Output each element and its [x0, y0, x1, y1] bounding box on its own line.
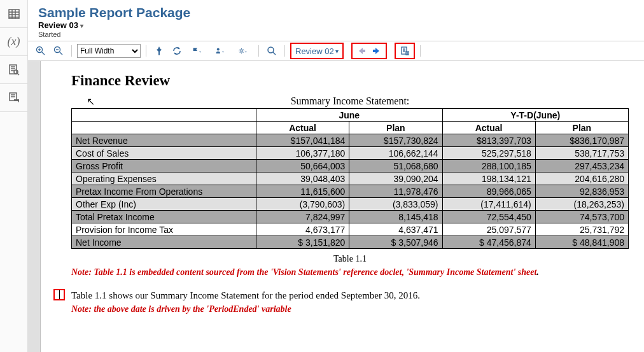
- cell-value: 11,978,476: [349, 185, 442, 198]
- cell-value: 297,453,234: [535, 160, 628, 172]
- cell-value: (3,790,603): [256, 198, 349, 211]
- pin-icon[interactable]: [151, 44, 167, 58]
- cell-value: (3,833,059): [349, 198, 442, 211]
- cell-value: $ 3,151,820: [256, 236, 349, 249]
- row-label: Gross Profit: [72, 160, 256, 172]
- cell-value: 525,297,518: [442, 147, 535, 160]
- table-row: Gross Profit50,664,00351,068,680288,100,…: [72, 160, 629, 172]
- cell-value: 72,554,450: [442, 211, 535, 223]
- table-title: Summary Income Statement:: [71, 95, 629, 107]
- compare-doclet-icon[interactable]: [397, 44, 412, 58]
- cell-value: 25,731,792: [535, 223, 628, 236]
- row-label: Provision for Income Tax: [72, 223, 256, 236]
- svg-point-24: [268, 47, 274, 53]
- cell-value: 39,048,403: [256, 172, 349, 185]
- cell-value: 92,836,953: [535, 185, 628, 198]
- cell-value: $813,397,703: [442, 134, 535, 147]
- cell-value: $157,041,184: [256, 134, 349, 147]
- cell-value: $ 3,507,946: [349, 236, 442, 249]
- comment-icon[interactable]: [0, 84, 27, 112]
- cell-value: 25,097,577: [442, 223, 535, 236]
- embedded-content-note: Note: Table 1.1 is embedded content sour…: [71, 267, 629, 279]
- cell-value: 288,100,185: [442, 160, 535, 172]
- settings-dropdown-icon[interactable]: [233, 44, 253, 58]
- review-compare-dropdown[interactable]: Review 02: [293, 44, 341, 58]
- cell-value: 51,068,680: [349, 160, 442, 172]
- cell-value: 39,090,204: [349, 172, 442, 185]
- cell-value: 198,134,121: [442, 172, 535, 185]
- refresh-icon[interactable]: [169, 44, 185, 58]
- cell-value: (18,263,253): [535, 198, 628, 211]
- blank-header: [72, 109, 256, 122]
- col-header: Plan: [349, 122, 442, 134]
- svg-line-11: [17, 73, 19, 75]
- table-row: Provision for Income Tax4,673,1774,637,4…: [72, 223, 629, 236]
- cell-value: 4,637,471: [349, 223, 442, 236]
- doc-toolbar: Full Width Review 02: [28, 41, 644, 61]
- zoom-out-icon[interactable]: [51, 44, 66, 58]
- svg-point-23: [241, 50, 242, 52]
- blank-header: [72, 122, 256, 134]
- report-header: Sample Report Package Review 03 Started: [28, 0, 644, 41]
- row-label: Total Pretax Income: [72, 211, 256, 223]
- cell-value: 7,824,997: [256, 211, 349, 223]
- review-cycle-dropdown[interactable]: Review 03: [38, 20, 83, 30]
- cell-value: $836,170,987: [535, 134, 628, 147]
- svg-line-25: [273, 52, 276, 55]
- table-row: Other Exp (Inc)(3,790,603)(3,833,059)(17…: [72, 198, 629, 211]
- col-header: Actual: [442, 122, 535, 134]
- row-label: Cost of Sales: [72, 147, 256, 160]
- svg-rect-6: [10, 65, 17, 74]
- table-row: Pretax Income From Operations11,615,6001…: [72, 185, 629, 198]
- cell-value: 538,717,753: [535, 147, 628, 160]
- document-body[interactable]: Finance Review ↖ Summary Income Statemen…: [41, 61, 644, 352]
- mouse-cursor-icon: ↖: [87, 95, 95, 108]
- cell-value: 74,573,700: [535, 211, 628, 223]
- sheet-icon[interactable]: [0, 0, 27, 28]
- cell-value: 89,966,065: [442, 185, 535, 198]
- flag-dropdown-icon[interactable]: [187, 44, 207, 58]
- variable-icon[interactable]: (x): [0, 28, 27, 56]
- zoom-mode-select[interactable]: Full Width: [77, 44, 141, 58]
- status-label: Started: [38, 31, 634, 38]
- income-statement-table: June Y-T-D(June) Actual Plan Actual Plan…: [71, 108, 629, 249]
- prev-change-button[interactable]: [354, 44, 369, 58]
- table-row: Net Income$ 3,151,820$ 3,507,946$ 47,456…: [72, 236, 629, 249]
- variable-note: Note: the above date is driven by the 'P…: [71, 304, 629, 316]
- cell-value: $ 48,841,908: [535, 236, 628, 249]
- cell-value: 50,664,003: [256, 160, 349, 172]
- tool-sidebar: (x): [0, 0, 28, 352]
- cell-value: 4,673,177: [256, 223, 349, 236]
- cell-value: $ 47,456,874: [442, 236, 535, 249]
- cell-value: 204,616,280: [535, 172, 628, 185]
- group-header-june: June: [256, 109, 443, 122]
- text-cursor-indicator: [53, 289, 65, 300]
- table-caption: Table 1.1: [71, 254, 629, 264]
- cell-value: 11,615,600: [256, 185, 349, 198]
- svg-point-22: [217, 48, 220, 51]
- svg-line-20: [60, 52, 63, 55]
- cell-value: 8,145,418: [349, 211, 442, 223]
- zoom-in-icon[interactable]: [33, 44, 48, 58]
- svg-line-16: [42, 52, 45, 55]
- table-row: Total Pretax Income7,824,9978,145,41872,…: [72, 211, 629, 223]
- doc-heading: Finance Review: [71, 73, 629, 89]
- col-header: Actual: [256, 122, 349, 134]
- row-label: Net Income: [72, 236, 256, 249]
- user-dropdown-icon[interactable]: [210, 44, 230, 58]
- cell-value: $157,730,824: [349, 134, 442, 147]
- search-icon[interactable]: [264, 44, 279, 58]
- next-change-button[interactable]: [369, 44, 384, 58]
- group-header-ytd: Y-T-D(June): [442, 109, 629, 122]
- row-label: Pretax Income From Operations: [72, 185, 256, 198]
- table-row: Operating Expenses39,048,40339,090,20419…: [72, 172, 629, 185]
- doc-margin: [28, 61, 41, 352]
- inspect-icon[interactable]: [0, 56, 27, 84]
- summary-paragraph: Table 1.1 shows our Summary Income State…: [71, 290, 629, 301]
- row-label: Operating Expenses: [72, 172, 256, 185]
- row-label: Other Exp (Inc): [72, 198, 256, 211]
- cell-value: 106,377,180: [256, 147, 349, 160]
- table-row: Cost of Sales106,377,180106,662,144525,2…: [72, 147, 629, 160]
- cell-value: (17,411,614): [442, 198, 535, 211]
- table-row: Net Revenue$157,041,184$157,730,824$813,…: [72, 134, 629, 147]
